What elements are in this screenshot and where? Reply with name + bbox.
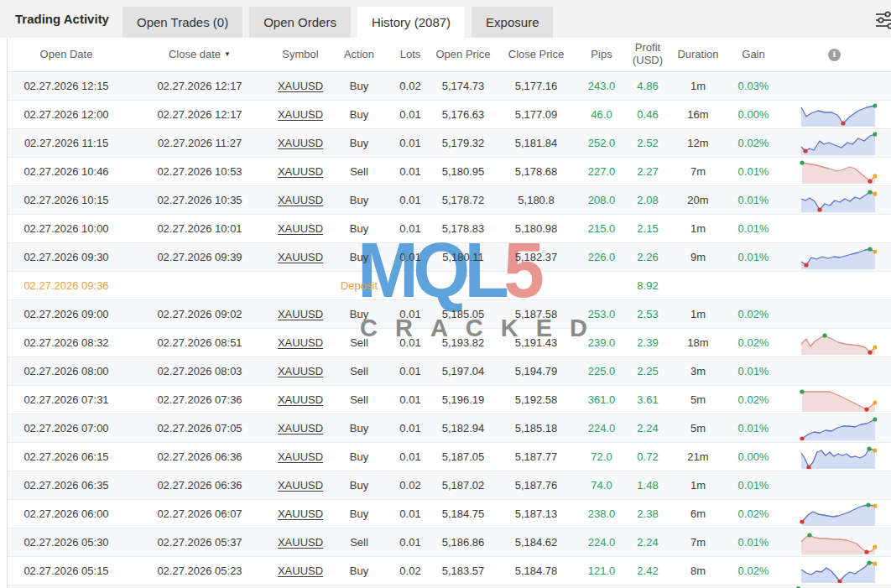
cell-profit: 2.24 bbox=[628, 414, 667, 442]
cell-chart bbox=[778, 471, 891, 499]
cell-lots: 0.01 bbox=[392, 300, 429, 328]
cell-pips: 243.0 bbox=[575, 72, 628, 100]
tab-exposure[interactable]: Exposure bbox=[472, 7, 553, 38]
tab-open-orders[interactable]: Open Orders bbox=[249, 7, 351, 38]
cell-open-date: 02.27.2026 09:36 bbox=[8, 272, 125, 299]
cell-symbol[interactable]: XAUUSD bbox=[274, 300, 326, 328]
cell-close-date: 02.27.2026 07:36 bbox=[125, 386, 274, 414]
symbol-link[interactable]: XAUUSD bbox=[278, 365, 323, 377]
cell-open-price bbox=[429, 272, 498, 299]
column-header-close_date[interactable]: Close date▼ bbox=[125, 49, 274, 61]
cell-gain: 0.01% bbox=[729, 158, 778, 185]
cell-symbol[interactable]: XAUUSD bbox=[274, 158, 326, 185]
cell-gain: 0.02% bbox=[729, 557, 778, 585]
symbol-link[interactable]: XAUUSD bbox=[278, 450, 323, 463]
tune-sliders-icon[interactable] bbox=[875, 11, 891, 29]
cell-lots: 0.01 bbox=[392, 158, 429, 185]
column-header-pips: Pips bbox=[575, 49, 628, 61]
cell-duration: 9m bbox=[667, 243, 729, 271]
cell-chart bbox=[778, 357, 891, 385]
cell-symbol[interactable]: XAUUSD bbox=[274, 471, 326, 499]
symbol-link[interactable]: XAUUSD bbox=[278, 565, 323, 577]
symbol-link[interactable]: XAUUSD bbox=[278, 393, 323, 406]
cell-profit: 2.25 bbox=[628, 357, 667, 385]
cell-profit: 2.26 bbox=[628, 243, 667, 271]
cell-profit: 1.48 bbox=[628, 471, 667, 499]
sort-desc-icon: ▼ bbox=[224, 50, 231, 58]
cell-symbol[interactable]: XAUUSD bbox=[274, 72, 326, 100]
cell-pips: 225.0 bbox=[575, 357, 628, 385]
table-row: 02.27.2026 06:1502.27.2026 06:36XAUUSDBu… bbox=[8, 443, 891, 471]
symbol-link[interactable]: XAUUSD bbox=[278, 308, 323, 320]
symbol-link[interactable]: XAUUSD bbox=[278, 194, 323, 206]
cell-profit: 2.27 bbox=[628, 158, 667, 185]
trade-sparkline bbox=[800, 103, 877, 127]
cell-gain: 0.01% bbox=[729, 243, 778, 271]
symbol-link[interactable]: XAUUSD bbox=[278, 108, 323, 121]
trade-sparkline bbox=[800, 189, 877, 212]
cell-action: Sell bbox=[326, 386, 392, 414]
column-header-gain: Gain bbox=[729, 49, 778, 61]
cell-lots: 0.01 bbox=[392, 129, 429, 157]
cell-open-date: 02.27.2026 10:15 bbox=[8, 186, 125, 214]
cell-gain: 0.02% bbox=[729, 386, 778, 414]
column-header-symbol: Symbol bbox=[274, 49, 326, 61]
symbol-link[interactable]: XAUUSD bbox=[278, 165, 323, 178]
cell-symbol[interactable]: XAUUSD bbox=[274, 528, 326, 556]
cell-symbol[interactable]: XAUUSD bbox=[274, 243, 326, 271]
info-icon[interactable]: i bbox=[828, 49, 841, 61]
table-row: 02.27.2026 10:4602.27.2026 10:53XAUUSDSe… bbox=[8, 158, 891, 186]
cell-duration: 12m bbox=[667, 129, 729, 157]
cell-close-price: 5,184.62 bbox=[498, 528, 575, 556]
cell-symbol[interactable]: XAUUSD bbox=[274, 101, 326, 128]
cell-close-price: 5,191.43 bbox=[498, 329, 575, 356]
cell-symbol[interactable]: XAUUSD bbox=[274, 414, 326, 442]
cell-gain: 0.02% bbox=[729, 329, 778, 356]
cell-symbol[interactable]: XAUUSD bbox=[274, 386, 326, 414]
symbol-link[interactable]: XAUUSD bbox=[278, 137, 323, 149]
symbol-link[interactable]: XAUUSD bbox=[278, 336, 323, 349]
cell-symbol[interactable]: XAUUSD bbox=[274, 443, 326, 471]
cell-duration: 6m bbox=[667, 500, 729, 528]
cell-close-date bbox=[125, 272, 274, 299]
cell-open-price: 5,196.19 bbox=[429, 386, 498, 414]
page-title: Trading Activity bbox=[15, 12, 109, 26]
cell-action: Sell bbox=[326, 158, 392, 185]
symbol-link[interactable]: XAUUSD bbox=[278, 422, 323, 434]
cell-open-date: 02.27.2026 12:00 bbox=[8, 101, 125, 128]
cell-close-date: 02.27.2026 09:39 bbox=[125, 243, 274, 271]
symbol-link[interactable]: XAUUSD bbox=[278, 536, 323, 549]
cell-symbol[interactable]: XAUUSD bbox=[274, 129, 326, 157]
cell-duration: 1m bbox=[667, 215, 729, 242]
cell-close-date: 02.27.2026 05:23 bbox=[125, 557, 274, 585]
cell-action: Buy bbox=[326, 72, 392, 100]
cell-chart bbox=[778, 129, 891, 157]
cell-symbol[interactable]: XAUUSD bbox=[274, 215, 326, 242]
symbol-link[interactable]: XAUUSD bbox=[278, 222, 323, 235]
cell-lots: 0.01 bbox=[392, 443, 429, 471]
symbol-link[interactable]: XAUUSD bbox=[278, 80, 323, 92]
symbol-link[interactable]: XAUUSD bbox=[278, 507, 323, 520]
cell-symbol[interactable]: XAUUSD bbox=[274, 557, 326, 585]
table-row: 02.27.2026 09:3002.27.2026 09:39XAUUSDBu… bbox=[8, 243, 891, 272]
tab-history[interactable]: History (2087) bbox=[357, 7, 465, 38]
cell-open-date: 02.27.2026 06:35 bbox=[8, 471, 125, 499]
cell-symbol[interactable]: XAUUSD bbox=[274, 500, 326, 528]
symbol-link[interactable]: XAUUSD bbox=[278, 251, 323, 263]
cell-symbol[interactable]: XAUUSD bbox=[274, 329, 326, 356]
column-header-open_date: Open Date bbox=[8, 49, 125, 61]
trade-sparkline bbox=[800, 388, 877, 412]
cell-chart bbox=[778, 215, 891, 242]
cell-pips: 224.0 bbox=[575, 528, 628, 556]
cell-duration: 7m bbox=[667, 528, 729, 556]
cell-close-date: 02.27.2026 08:51 bbox=[125, 329, 274, 356]
cell-open-price: 5,187.05 bbox=[429, 443, 498, 471]
cell-chart bbox=[778, 243, 891, 271]
cell-close-price: 5,194.79 bbox=[498, 357, 575, 385]
trade-sparkline bbox=[800, 331, 877, 355]
tab-open-trades[interactable]: Open Trades (0) bbox=[122, 7, 242, 38]
cell-pips: 215.0 bbox=[575, 215, 628, 242]
cell-symbol[interactable]: XAUUSD bbox=[274, 186, 326, 214]
cell-symbol[interactable]: XAUUSD bbox=[274, 357, 326, 385]
symbol-link[interactable]: XAUUSD bbox=[278, 479, 323, 492]
